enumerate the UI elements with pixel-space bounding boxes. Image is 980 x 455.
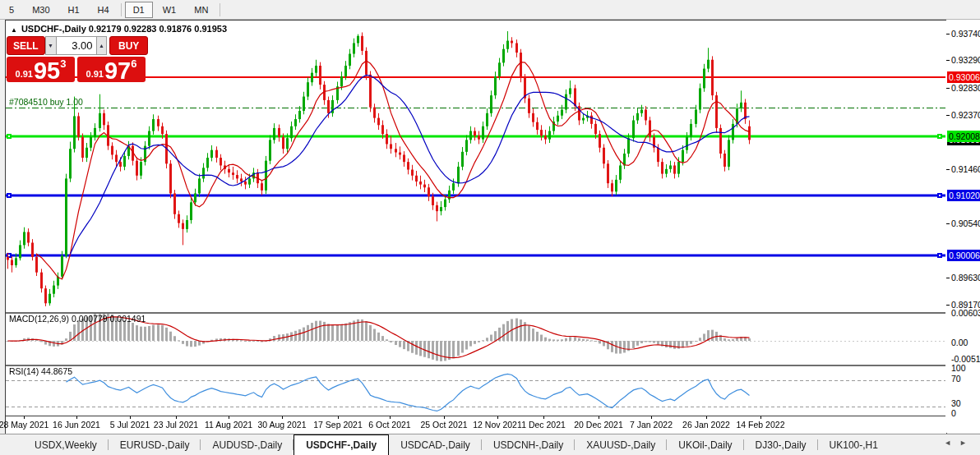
sell-price-display[interactable]: 0.91 95 3 (7, 57, 75, 82)
date-tick-mark (444, 416, 445, 419)
date-tick-mark (176, 416, 177, 419)
chart-window[interactable]: ▲USDCHF-,Daily 0.92179 0.92283 0.91876 0… (5, 20, 947, 434)
indicator-axis-label: 0.00 (951, 338, 968, 347)
buy-price-sup: 6 (131, 57, 136, 70)
date-tick-mark (282, 416, 283, 419)
timeframe-button-H1[interactable]: H1 (60, 2, 88, 18)
macd-main-value: 0.000779 (72, 314, 108, 324)
price-tick-label: 0.90540 (951, 218, 980, 228)
scroll-left-icon[interactable]: ◄ (944, 439, 959, 447)
date-tick-mark (651, 416, 652, 419)
sell-price-prefix: 0.91 (16, 69, 33, 79)
date-tick-label: 7 Jan 2022 (630, 420, 673, 430)
buy-price-display[interactable]: 0.91 97 6 (77, 57, 146, 82)
indicator-axis-label: 0 (951, 408, 956, 418)
rsi-name: RSI(14) (9, 366, 39, 376)
collapse-triangle-icon[interactable]: ▲ (11, 26, 17, 34)
chart-symbol-period: USDCHF-,Daily (21, 24, 86, 34)
date-tick-label: 1 Dec 2021 (521, 420, 566, 430)
open-order-label: #7084510 buy 1.00 (9, 97, 83, 107)
timeframe-button-5[interactable]: 5 (1, 2, 22, 18)
price-level-badge: 0.92008 (947, 131, 980, 142)
timeframe-button-M30[interactable]: M30 (24, 2, 58, 18)
date-tick-label: 28 May 2021 (0, 420, 49, 430)
price-axis[interactable]: 0.937400.932900.928300.923700.914600.905… (946, 20, 980, 433)
trading-platform-window: 5M30H1H4D1W1MN ▲USDCHF-,Daily 0.92179 0.… (0, 0, 980, 455)
macd-indicator-canvas[interactable] (6, 312, 945, 365)
indicator-axis-label: 0.006034 (951, 308, 980, 318)
timeframe-button-D1[interactable]: D1 (125, 2, 153, 18)
date-tick-mark (599, 416, 599, 419)
date-tick-mark (390, 416, 391, 419)
price-tick-label: 0.93290 (951, 55, 980, 65)
price-tick-label: 0.93740 (951, 29, 980, 39)
chart-tab-audusd-daily[interactable]: AUDUSD-,Daily (201, 434, 294, 455)
timeframe-button-H4[interactable]: H4 (90, 2, 118, 18)
date-tick-mark (229, 416, 229, 419)
volume-increase-button[interactable]: ▲ (96, 36, 108, 55)
price-tick-mark (946, 169, 950, 170)
price-tick-mark (946, 34, 950, 34)
date-tick-label: 16 Jun 2021 (53, 420, 100, 430)
chart-tab-eurusd-daily[interactable]: EURUSD-,Daily (109, 434, 201, 455)
price-tick-label: 0.92830 (951, 83, 980, 93)
date-tick-mark (760, 416, 761, 419)
scroll-right-icon[interactable]: ► (959, 439, 975, 447)
macd-signal-value: 0.001491 (110, 314, 146, 324)
date-tick-label: 17 Sep 2021 (313, 420, 363, 430)
price-level-badge: 0.91020 (947, 190, 980, 201)
indicator-axis-label: 70 (951, 374, 961, 384)
price-level-badge: 0.90006 (947, 250, 980, 261)
sell-price-sup: 3 (60, 57, 66, 70)
timeframe-button-W1[interactable]: W1 (155, 2, 185, 18)
price-tick-mark (946, 60, 950, 61)
indicator-axis-label: 100 (951, 363, 966, 373)
sell-button[interactable]: SELL (7, 36, 45, 55)
chart-tab-bar: USDX,WeeklyEURUSD-,DailyAUDUSD-,DailyUSD… (0, 434, 980, 455)
price-tick-mark (946, 88, 950, 89)
chart-tab-dj30-daily[interactable]: DJ30-,Daily (744, 434, 818, 455)
timeframe-toolbar: 5M30H1H4D1W1MN (0, 0, 980, 20)
chart-ohlc-values: 0.92179 0.92283 0.91876 0.91953 (89, 24, 227, 34)
date-tick-mark (24, 416, 25, 419)
indicator-axis-label: 30 (951, 398, 961, 408)
triangle-up-icon: ▲ (99, 43, 104, 48)
buy-button[interactable]: BUY (109, 36, 148, 55)
chart-tab-usdcad-daily[interactable]: USDCAD-,Daily (389, 434, 482, 455)
price-tick-mark (946, 278, 950, 278)
price-tick-label: 0.91460 (951, 164, 980, 174)
tab-scroll-arrows[interactable]: ◄► (944, 439, 975, 447)
date-tick-label: 5 Jul 2021 (110, 420, 150, 430)
date-tick-mark (130, 416, 131, 419)
chart-title: ▲USDCHF-,Daily 0.92179 0.92283 0.91876 0… (11, 24, 227, 34)
rsi-indicator-canvas[interactable] (6, 365, 945, 417)
chart-tab-ukoil-daily[interactable]: UKOil-,Daily (667, 434, 743, 455)
date-tick-mark (338, 416, 339, 419)
date-tick-mark (706, 416, 707, 419)
date-tick-label: 11 Aug 2021 (205, 420, 252, 430)
buy-price-prefix: 0.91 (86, 69, 104, 79)
one-click-trading-panel: SELL ▼ ▲ BUY 0.91 95 3 0.91 97 6 (7, 36, 148, 82)
date-tick-mark (76, 416, 77, 419)
date-tick-label: 23 Jul 2021 (154, 420, 198, 430)
chart-tab-usdcnh-daily[interactable]: USDCNH-,Daily (482, 434, 575, 455)
date-axis[interactable]: 28 May 202116 Jun 20215 Jul 202123 Jul 2… (6, 416, 945, 434)
sell-price-big: 95 (34, 60, 60, 81)
volume-decrease-button[interactable]: ▼ (45, 36, 57, 55)
triangle-down-icon: ▼ (48, 43, 53, 48)
chart-tab-usdx-weekly[interactable]: USDX,Weekly (23, 434, 109, 455)
macd-label: MACD(12,26,9) 0.000779 0.001491 (9, 314, 146, 324)
date-tick-label: 20 Dec 2021 (574, 420, 623, 430)
chart-tab-xauusd-daily[interactable]: XAUUSD-,Daily (575, 434, 667, 455)
volume-input[interactable] (57, 36, 96, 55)
date-tick-label: 12 Nov 2021 (473, 420, 522, 430)
price-tick-mark (946, 223, 950, 224)
date-tick-label: 25 Oct 2021 (420, 420, 467, 430)
price-level-badge: 0.93006 (947, 71, 980, 83)
date-tick-label: 14 Feb 2022 (737, 420, 785, 430)
chart-tab-uk100-h1[interactable]: UK100-,H1 (818, 434, 890, 455)
chart-tab-usdchf-daily[interactable]: USDCHF-,Daily (294, 434, 389, 455)
price-tick-mark (946, 305, 950, 306)
timeframe-button-MN[interactable]: MN (186, 2, 216, 18)
date-tick-mark (497, 416, 498, 419)
